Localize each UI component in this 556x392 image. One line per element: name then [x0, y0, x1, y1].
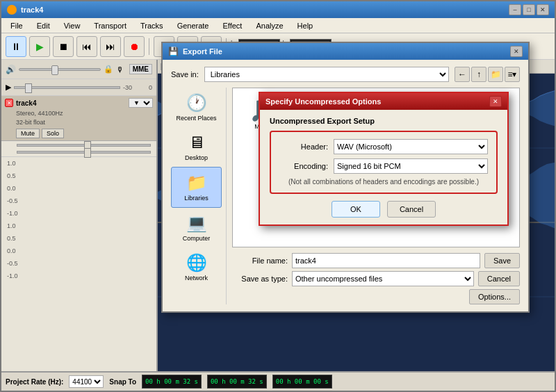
- gain-row-1: [7, 144, 151, 147]
- track-dropdown[interactable]: ▼: [129, 98, 153, 108]
- nav-computer[interactable]: 💻 Computer: [171, 208, 222, 247]
- menu-generate[interactable]: Generate: [171, 19, 215, 32]
- title-bar: track4 – □ ✕: [1, 1, 555, 18]
- encoding-label: Encoding:: [279, 162, 328, 170]
- menu-transport[interactable]: Transport: [88, 19, 133, 32]
- menu-edit[interactable]: Edit: [31, 19, 56, 32]
- libraries-icon: 📁: [186, 173, 207, 193]
- mic-icon: 🎙: [116, 65, 124, 74]
- nav-libraries[interactable]: 📁 Libraries: [171, 167, 222, 208]
- left-panel: 🔊 🔒 🎙 MME ▶ -30 0 ✕: [1, 60, 158, 371]
- play-button[interactable]: ▶: [29, 36, 50, 57]
- playback-pos-slider[interactable]: [14, 86, 120, 89]
- gain-slider-1[interactable]: [17, 144, 151, 147]
- skip-fwd-button[interactable]: ⏭: [100, 36, 121, 57]
- scale-left: -30: [123, 84, 132, 91]
- uncomp-cancel-button[interactable]: Cancel: [387, 201, 436, 218]
- bottom-bar: Project Rate (Hz): 44100 Snap To 00 h 00…: [1, 371, 555, 391]
- uncomp-buttons: OK Cancel: [270, 201, 498, 218]
- encoding-select[interactable]: Signed 16 bit PCM: [334, 158, 488, 174]
- track-controls-row: Mute Solo: [16, 129, 153, 138]
- maximize-button[interactable]: □: [523, 4, 535, 15]
- volume-slider[interactable]: [19, 68, 101, 71]
- filename-label: File name:: [232, 256, 288, 265]
- dialog-bottom-btns: Options...: [232, 289, 520, 304]
- header-row: Header: WAV (Microsoft): [279, 139, 488, 154]
- track-name-row: ✕ track4 ▼: [5, 98, 153, 108]
- scale-right: 0: [149, 84, 152, 91]
- lock-icon: 🔒: [104, 65, 113, 74]
- nav-recent-label: Recent Places: [176, 115, 216, 122]
- header-select[interactable]: WAV (Microsoft): [334, 139, 488, 154]
- nav-network-label: Network: [185, 275, 208, 281]
- project-rate-select[interactable]: 44100: [69, 375, 104, 388]
- device-row: 🔊 🔒 🎙 MME: [1, 60, 156, 79]
- toolbar-sep-1: [149, 38, 149, 55]
- nav-recent-places[interactable]: 🕐 Recent Places: [171, 88, 222, 127]
- save-button[interactable]: Save: [484, 253, 520, 268]
- record-button[interactable]: ⏺: [124, 36, 145, 57]
- pause-icon: ⏸: [11, 41, 21, 52]
- scale-0.5-top: 0.5: [7, 172, 151, 179]
- menu-help[interactable]: Help: [291, 19, 320, 32]
- scale--1.0-mid: -1.0: [7, 210, 151, 217]
- pause-button[interactable]: ⏸: [6, 36, 26, 57]
- export-dialog-title-text: Export File: [183, 47, 222, 56]
- network-icon: 🌐: [186, 253, 207, 272]
- uncomp-body: Uncompressed Export Setup Header: WAV (M…: [260, 110, 507, 224]
- save-in-select[interactable]: Libraries: [204, 67, 449, 82]
- uncomp-section-title: Uncompressed Export Setup: [270, 117, 498, 125]
- snap-to-label: Snap To: [109, 378, 136, 386]
- menu-effect[interactable]: Effect: [217, 19, 249, 32]
- track-info-line2: 32-bit float: [16, 118, 153, 127]
- app-icon: [7, 5, 17, 15]
- menu-bar: File Edit View Transport Tracks Generate…: [1, 18, 555, 33]
- nav-back-button[interactable]: ←: [455, 67, 470, 82]
- nav-network[interactable]: 🌐 Network: [171, 247, 222, 287]
- app-window: track4 – □ ✕ File Edit View Transport Tr…: [0, 0, 556, 392]
- export-dialog-titlebar: 💾 Export File ✕: [163, 43, 528, 60]
- mute-button[interactable]: Mute: [16, 129, 40, 138]
- scale--1.0-bot: -1.0: [7, 272, 151, 279]
- desktop-icon: 🖥: [188, 133, 205, 152]
- device-label[interactable]: MME: [129, 64, 152, 74]
- filename-input[interactable]: [292, 253, 480, 268]
- dialog-toolbar-icons: ← ↑ 📁 ≡▾: [455, 67, 520, 82]
- uncomp-inner: Header: WAV (Microsoft) Encoding: Signed…: [270, 131, 498, 194]
- close-button[interactable]: ✕: [537, 4, 549, 15]
- scale--0.5-top: -0.5: [7, 197, 151, 204]
- nav-desktop[interactable]: 🖥 Desktop: [171, 127, 222, 167]
- uncomp-ok-button[interactable]: OK: [332, 201, 380, 218]
- scale-0.0-top: 0.0: [7, 185, 151, 192]
- menu-view[interactable]: View: [58, 19, 87, 32]
- header-label: Header:: [279, 142, 328, 151]
- gain-slider-2[interactable]: [17, 151, 151, 154]
- uncomp-title-text: Specify Uncompressed Options: [265, 97, 381, 106]
- menu-analyze[interactable]: Analyze: [250, 19, 289, 32]
- track-close-button[interactable]: ✕: [5, 99, 13, 107]
- menu-tracks[interactable]: Tracks: [134, 19, 170, 32]
- encoding-row: Encoding: Signed 16 bit PCM: [279, 158, 488, 174]
- computer-icon: 💻: [186, 213, 207, 233]
- menu-file[interactable]: File: [4, 19, 29, 32]
- project-rate-label: Project Rate (Hz):: [6, 378, 63, 386]
- new-folder-button[interactable]: 📁: [488, 67, 503, 82]
- track-name: track4: [16, 99, 126, 107]
- track-header: ✕ track4 ▼ Stereo, 44100Hz 32-bit float …: [1, 96, 156, 141]
- uncomp-close-button[interactable]: ✕: [489, 96, 502, 107]
- solo-button[interactable]: Solo: [42, 129, 64, 138]
- options-button[interactable]: Options...: [469, 289, 520, 304]
- skip-back-button[interactable]: ⏮: [76, 36, 97, 57]
- stop-button[interactable]: ⏹: [53, 36, 74, 57]
- view-menu-button[interactable]: ≡▾: [505, 67, 520, 82]
- skip-fwd-icon: ⏭: [106, 41, 115, 52]
- recent-places-icon: 🕐: [186, 93, 207, 113]
- time-display-3: 00 h 00 m 00 s: [272, 375, 332, 389]
- minimize-button[interactable]: –: [509, 4, 521, 15]
- export-dialog-close[interactable]: ✕: [510, 46, 523, 57]
- cancel-button[interactable]: Cancel: [478, 271, 520, 286]
- scale-0.0-bot: 0.0: [7, 247, 151, 254]
- track-info-line1: Stereo, 44100Hz: [16, 109, 153, 118]
- nav-up-button[interactable]: ↑: [471, 67, 486, 82]
- saveas-select[interactable]: Other uncompressed files: [292, 271, 474, 286]
